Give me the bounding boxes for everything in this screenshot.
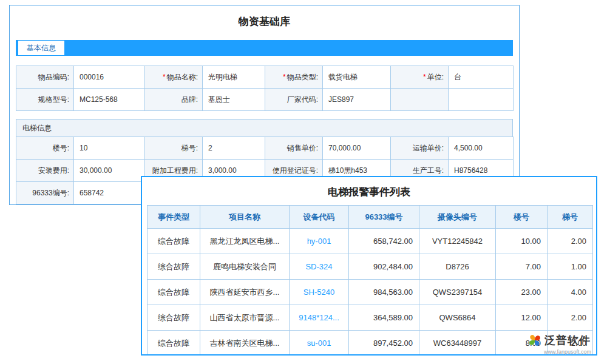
column-header-camera-number: 摄像头编号 — [419, 206, 496, 229]
cell-device-code-link[interactable]: su-001 — [290, 331, 349, 356]
table-row[interactable]: 综合故障 陕西省延安市西乡... SH-5240 984,563.00 QWS2… — [148, 280, 593, 305]
field-label-text: 厂家代码: — [287, 95, 318, 104]
fanpu-logo-icon — [527, 332, 543, 348]
field-label-manufacturer-code: 厂家代码: — [265, 89, 323, 111]
field-label-text: 物品编码: — [38, 73, 69, 81]
field-label-text: 生产工号: — [413, 166, 444, 175]
alarm-events-table: 事件类型 项目名称 设备代码 96333编号 摄像头编号 楼号 梯号 综合故障 … — [147, 205, 593, 356]
cell-project-name: 吉林省南关区电梯... — [200, 331, 290, 356]
field-label-text: 品牌: — [181, 95, 198, 104]
cell-building-no: 12.00 — [496, 305, 548, 331]
page-title: 物资基础库 — [10, 15, 519, 29]
alarm-panel-title: 电梯报警事件列表 — [142, 185, 596, 199]
field-label-transport-price: 运输单价: — [391, 137, 449, 160]
cell-device-code-link[interactable]: 9148*124... — [290, 305, 349, 331]
table-row[interactable]: 综合故障 黑龙江龙凤区电梯... hy-001 658,742.00 VYT12… — [148, 229, 593, 254]
watermark: 泛普软件 www.fanpusoft.com — [527, 332, 601, 355]
cell-event-type: 综合故障 — [148, 229, 200, 254]
field-label-text: 附加工程费用: — [152, 166, 198, 175]
field-value-item-name: 光明电梯 — [203, 66, 265, 89]
field-value-unit: 台 — [449, 66, 514, 89]
field-value-sale-price: 70,000.00 — [323, 137, 391, 160]
cell-96333-number: 364,589.00 — [349, 305, 419, 331]
cell-building-no: 10.00 — [496, 229, 548, 254]
cell-device-code-link[interactable]: SH-5240 — [290, 280, 349, 305]
field-label-elevator-no: 梯号: — [145, 137, 203, 160]
field-value-spec-model: MC125-568 — [74, 89, 145, 111]
field-label-text: 使用登记证号: — [273, 166, 318, 175]
cell-96333-number: 658,742.00 — [349, 229, 419, 254]
field-label-text: 安装费用: — [38, 166, 69, 175]
field-value-item-type: 载货电梯 — [323, 66, 391, 89]
cell-elevator-no: 2.00 — [548, 305, 593, 331]
watermark-row: 泛普软件 — [527, 332, 601, 348]
cell-camera-number: D8726 — [419, 254, 496, 280]
table-header-row: 事件类型 项目名称 设备代码 96333编号 摄像头编号 楼号 梯号 — [148, 206, 593, 229]
tab-bar: 基本信息 — [16, 40, 513, 56]
watermark-brand: 泛普软件 — [544, 333, 591, 348]
field-label-spec-model: 规格型号: — [16, 89, 74, 111]
field-label-96333-no: 96333编号: — [16, 182, 74, 204]
column-header-96333-number: 96333编号 — [349, 206, 419, 229]
required-marker: * — [283, 73, 286, 81]
cell-project-name: 陕西省延安市西乡... — [200, 280, 290, 305]
form-row: 物品编码: 000016 *物品名称: 光明电梯 *物品类型: 载货电梯 *单位… — [16, 66, 514, 89]
field-value-install-fee: 30,000.00 — [74, 160, 145, 182]
cell-event-type: 综合故障 — [148, 305, 200, 331]
field-label-item-name: *物品名称: — [145, 66, 203, 89]
field-value-manufacturer-code: JES897 — [323, 89, 391, 111]
cell-96333-number: 897,452.00 — [349, 331, 419, 356]
cell-project-name: 山西省太原市晋源... — [200, 305, 290, 331]
cell-event-type: 综合故障 — [148, 254, 200, 280]
table-row[interactable]: 综合故障 山西省太原市晋源... 9148*124... 364,589.00 … — [148, 305, 593, 331]
field-value-brand: 基恩士 — [203, 89, 265, 111]
cell-camera-number: WC63448997 — [419, 331, 496, 356]
field-label-item-code: 物品编码: — [16, 66, 74, 89]
cell-elevator-no: 1.00 — [548, 254, 593, 280]
field-label-text: 96333编号: — [32, 189, 69, 197]
field-label-text: 销售单价: — [287, 144, 318, 152]
field-label-empty — [391, 89, 449, 111]
field-label-building-no: 楼号: — [16, 137, 74, 160]
table-row[interactable]: 综合故障 鹿鸣电梯安装合同 SD-324 902,484.00 D8726 7.… — [148, 254, 593, 280]
field-label-text: 规格型号: — [38, 95, 69, 104]
alarm-events-panel: 电梯报警事件列表 事件类型 项目名称 设备代码 96333编号 摄像头编号 楼号… — [141, 176, 597, 356]
field-value-elevator-no: 2 — [203, 137, 265, 160]
table-row[interactable]: 综合故障 吉林省南关区电梯... su-001 897,452.00 WC634… — [148, 331, 593, 356]
field-label-install-fee: 安装费用: — [16, 160, 74, 182]
field-label-text: 楼号: — [53, 144, 69, 152]
cell-event-type: 综合故障 — [148, 280, 200, 305]
cell-96333-number: 984,563.00 — [349, 280, 419, 305]
cell-building-no: 7.00 — [496, 254, 548, 280]
field-label-item-type: *物品类型: — [265, 66, 323, 89]
required-marker: * — [163, 73, 166, 81]
column-header-elevator-no: 梯号 — [548, 206, 593, 229]
field-label-unit: *单位: — [391, 66, 449, 89]
tab-basic-info[interactable]: 基本信息 — [18, 41, 64, 55]
field-value-96333-no: 658742 — [74, 182, 145, 204]
field-label-text: 物品名称: — [167, 73, 198, 81]
column-header-building-no: 楼号 — [496, 206, 548, 229]
field-label-sale-price: 销售单价: — [265, 137, 323, 160]
field-label-text: 梯号: — [181, 144, 198, 152]
field-label-text: 单位: — [427, 73, 444, 81]
required-marker: * — [423, 73, 426, 81]
field-value-transport-price: 4,500.00 — [449, 137, 514, 160]
basic-info-table: 物品编码: 000016 *物品名称: 光明电梯 *物品类型: 载货电梯 *单位… — [16, 66, 514, 111]
cell-elevator-no: 4.00 — [548, 280, 593, 305]
field-label-brand: 品牌: — [145, 89, 203, 111]
field-label-text: 运输单价: — [413, 144, 444, 152]
form-row: 规格型号: MC125-568 品牌: 基恩士 厂家代码: JES897 — [16, 89, 514, 111]
cell-96333-number: 902,484.00 — [349, 254, 419, 280]
cell-device-code-link[interactable]: SD-324 — [290, 254, 349, 280]
cell-camera-number: QWS6864 — [419, 305, 496, 331]
cell-camera-number: VYT12245842 — [419, 229, 496, 254]
cell-elevator-no: 2.00 — [548, 229, 593, 254]
cell-camera-number: QWS2397154 — [419, 280, 496, 305]
cell-event-type: 综合故障 — [148, 331, 200, 356]
field-value-item-code: 000016 — [74, 66, 145, 89]
material-base-panel: 物资基础库 基本信息 物品编码: 000016 *物品名称: 光明电梯 *物品类… — [9, 5, 520, 205]
cell-project-name: 黑龙江龙凤区电梯... — [200, 229, 290, 254]
form-row: 楼号: 10 梯号: 2 销售单价: 70,000.00 运输单价: 4,500… — [16, 137, 514, 160]
cell-device-code-link[interactable]: hy-001 — [290, 229, 349, 254]
